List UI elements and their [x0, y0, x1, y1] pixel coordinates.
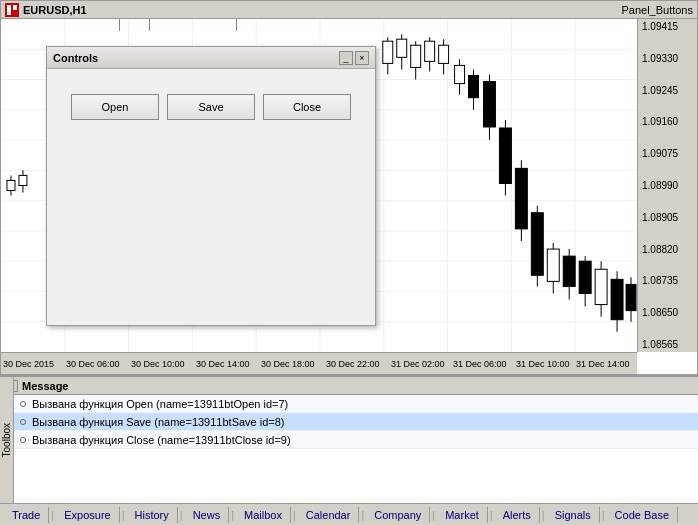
message-item: Вызвана функция Save (name=13911btSave i…	[14, 413, 698, 431]
svg-rect-49	[547, 249, 559, 281]
svg-rect-47	[531, 213, 543, 276]
time-label: 30 Dec 06:00	[66, 359, 120, 369]
price-level: 1.08905	[642, 212, 693, 223]
price-level: 1.08820	[642, 244, 693, 255]
svg-rect-29	[397, 39, 407, 57]
svg-rect-23	[7, 180, 15, 190]
tick-mark	[149, 19, 150, 31]
tick-mark	[236, 19, 237, 31]
price-level: 1.08650	[642, 307, 693, 318]
price-level: 1.09075	[642, 148, 693, 159]
time-label: 31 Dec 02:00	[391, 359, 445, 369]
controls-dialog: Controls _ × Open Save Close	[46, 46, 376, 326]
time-label: 30 Dec 14:00	[196, 359, 250, 369]
tick-mark	[119, 19, 120, 31]
dialog-minimize-button[interactable]: _	[339, 51, 353, 65]
svg-rect-33	[425, 41, 435, 61]
tab-bar: Trade | Exposure | History | News | Mail…	[0, 503, 698, 525]
svg-rect-51	[563, 256, 575, 286]
chart-title: EURUSD,H1	[5, 3, 87, 17]
svg-rect-27	[383, 41, 393, 63]
svg-rect-41	[483, 82, 495, 127]
dialog-controls: _ ×	[339, 51, 369, 65]
time-label: 30 Dec 22:00	[326, 359, 380, 369]
tab-news[interactable]: News	[185, 507, 230, 523]
svg-rect-31	[411, 45, 421, 67]
tab-signals[interactable]: Signals	[547, 507, 600, 523]
close-dialog-button[interactable]: Close	[263, 94, 351, 120]
main-container: EURUSD,H1 Panel_Buttons	[0, 0, 698, 525]
price-level: 1.09415	[642, 21, 693, 32]
svg-rect-37	[455, 65, 465, 83]
save-button[interactable]: Save	[167, 94, 255, 120]
time-label: 31 Dec 06:00	[453, 359, 507, 369]
bullet-icon	[20, 419, 26, 425]
message-title: Message	[22, 380, 68, 392]
svg-rect-53	[579, 261, 591, 293]
svg-rect-39	[469, 76, 479, 98]
bottom-panel: × Message Вызвана функция Open (name=139…	[0, 375, 698, 525]
time-label: 31 Dec 10:00	[516, 359, 570, 369]
time-scale: 30 Dec 2015 30 Dec 06:00 30 Dec 10:00 30…	[1, 352, 637, 374]
tab-alerts[interactable]: Alerts	[495, 507, 540, 523]
svg-rect-45	[515, 168, 527, 229]
svg-rect-55	[595, 269, 607, 304]
panel-name: Panel_Buttons	[621, 4, 693, 16]
dialog-titlebar: Controls _ ×	[47, 47, 375, 69]
price-level: 1.09245	[642, 85, 693, 96]
open-button[interactable]: Open	[71, 94, 159, 120]
svg-rect-59	[626, 284, 636, 310]
bullet-icon	[20, 401, 26, 407]
message-item: Вызвана функция Open (name=13911btOpen i…	[14, 395, 698, 413]
tab-mailbox[interactable]: Mailbox	[236, 507, 291, 523]
chart-symbol: EURUSD,H1	[23, 4, 87, 16]
chart-logo	[5, 3, 19, 17]
svg-rect-43	[499, 128, 511, 183]
time-label: 30 Dec 10:00	[131, 359, 185, 369]
tab-calendar[interactable]: Calendar	[298, 507, 360, 523]
svg-rect-25	[19, 175, 27, 185]
svg-rect-57	[611, 279, 623, 319]
message-item: Вызвана функция Close (name=13911btClose…	[14, 431, 698, 449]
dialog-title: Controls	[53, 52, 98, 64]
tab-market[interactable]: Market	[437, 507, 488, 523]
svg-rect-35	[439, 45, 449, 63]
toolbox-label: Toolbox	[0, 377, 14, 503]
price-level: 1.09160	[642, 116, 693, 127]
price-level: 1.08735	[642, 275, 693, 286]
tab-trade[interactable]: Trade	[4, 507, 49, 523]
tab-exposure[interactable]: Exposure	[56, 507, 119, 523]
svg-rect-1	[7, 5, 11, 15]
dialog-close-button[interactable]: ×	[355, 51, 369, 65]
price-level: 1.08565	[642, 339, 693, 350]
price-level: 1.09330	[642, 53, 693, 64]
bullet-icon	[20, 437, 26, 443]
tab-history[interactable]: History	[127, 507, 178, 523]
time-label: 30 Dec 2015	[3, 359, 54, 369]
svg-rect-2	[13, 5, 17, 10]
price-scale: 1.09415 1.09330 1.09245 1.09160 1.09075 …	[637, 19, 697, 352]
time-label: 30 Dec 18:00	[261, 359, 315, 369]
price-level: 1.08990	[642, 180, 693, 191]
dialog-content: Open Save Close	[47, 79, 375, 135]
tab-codebase[interactable]: Code Base	[607, 507, 678, 523]
time-label: 31 Dec 14:00	[576, 359, 630, 369]
message-header: × Message	[0, 377, 698, 395]
tab-company[interactable]: Company	[366, 507, 430, 523]
chart-panel: EURUSD,H1 Panel_Buttons	[0, 0, 698, 375]
chart-header: EURUSD,H1 Panel_Buttons	[1, 1, 697, 19]
